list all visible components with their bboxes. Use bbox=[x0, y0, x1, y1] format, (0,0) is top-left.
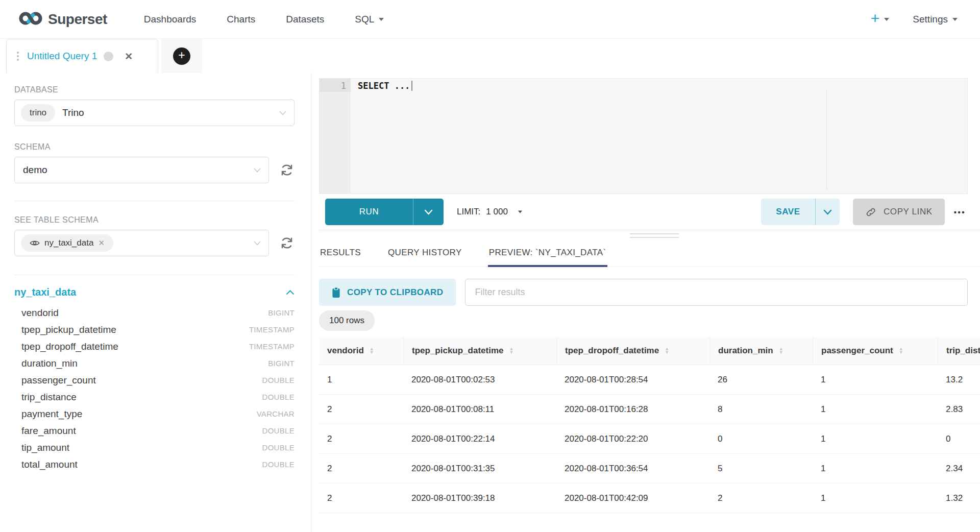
settings-menu[interactable]: Settings bbox=[913, 14, 958, 25]
column-name: trip_distance bbox=[21, 392, 77, 403]
chevron-down-icon bbox=[379, 18, 384, 21]
table-cell: 2020-08-01T00:42:09 bbox=[556, 493, 709, 503]
chevron-down-icon bbox=[254, 165, 261, 175]
table-cell: 2 bbox=[319, 464, 403, 474]
table-header-label: tpep_dropoff_datetime bbox=[565, 346, 659, 356]
column-list-item: duration_min BIGINT bbox=[14, 355, 295, 372]
eye-icon bbox=[30, 239, 40, 247]
result-tab[interactable]: PREVIEW: `NY_TAXI_DATA` bbox=[488, 240, 607, 267]
column-list: vendorid BIGINT tpep_pickup_datetime TIM… bbox=[14, 304, 295, 473]
limit-dropdown[interactable]: LIMIT: 1 000 bbox=[457, 207, 523, 217]
table-cell: 1 bbox=[813, 464, 938, 474]
sort-icon: ▲▼ bbox=[370, 347, 374, 355]
sort-icon: ▲▼ bbox=[665, 347, 669, 355]
save-button[interactable]: SAVE bbox=[761, 199, 815, 225]
filter-results-input[interactable] bbox=[465, 279, 968, 306]
more-options-button[interactable]: ••• bbox=[954, 208, 966, 216]
refresh-table-icon[interactable] bbox=[279, 235, 295, 251]
editor-gutter: 1 bbox=[320, 79, 351, 194]
query-tab-title: Untitled Query 1 bbox=[27, 51, 97, 62]
table-schema-header[interactable]: ny_taxi_data bbox=[14, 286, 295, 298]
table-schema-label: SEE TABLE SCHEMA bbox=[14, 215, 295, 225]
editor-toolbar: RUN LIMIT: 1 000 SAVE COPY LINK bbox=[319, 199, 966, 225]
table-header-label: trip_distance bbox=[946, 346, 980, 356]
remove-table-icon[interactable]: ✕ bbox=[98, 238, 105, 248]
copy-to-clipboard-button[interactable]: COPY TO CLIPBOARD bbox=[319, 279, 456, 306]
table-header-cell[interactable]: passenger_count ▲▼ bbox=[813, 337, 938, 365]
column-type: DOUBLE bbox=[262, 426, 295, 435]
table-pill: ny_taxi_data ✕ bbox=[21, 234, 113, 252]
nav-item[interactable]: SQL bbox=[339, 14, 399, 25]
table-cell: 1 bbox=[319, 375, 403, 385]
sort-icon: ▲▼ bbox=[779, 347, 783, 355]
column-type: BIGINT bbox=[268, 359, 295, 368]
result-tab-label: QUERY HISTORY bbox=[388, 248, 462, 257]
column-list-item: tpep_pickup_datetime TIMESTAMP bbox=[14, 321, 295, 338]
sql-code-area[interactable]: SELECT ... bbox=[351, 79, 967, 194]
new-item-button[interactable]: + bbox=[871, 12, 890, 26]
copy-to-clipboard-label: COPY TO CLIPBOARD bbox=[347, 287, 443, 298]
sort-icon: ▲▼ bbox=[509, 347, 514, 355]
copy-link-label: COPY LINK bbox=[884, 207, 933, 217]
table-header-label: tpep_pickup_datetime bbox=[412, 346, 504, 356]
nav-item[interactable]: Dashboards bbox=[129, 14, 211, 25]
table-cell: 5 bbox=[709, 464, 813, 474]
new-query-tab-button[interactable]: + bbox=[173, 47, 190, 65]
table-header-cell[interactable]: tpep_dropoff_datetime ▲▼ bbox=[556, 337, 709, 365]
table-header-cell[interactable]: tpep_pickup_datetime ▲▼ bbox=[403, 337, 556, 365]
schema-select[interactable]: demo bbox=[14, 157, 269, 183]
nav-item[interactable]: Datasets bbox=[271, 14, 339, 25]
chevron-up-icon[interactable] bbox=[286, 288, 295, 297]
column-name: tip_amount bbox=[21, 442, 69, 453]
run-options-button[interactable] bbox=[413, 199, 444, 225]
new-tab-area: + bbox=[161, 39, 202, 73]
close-icon[interactable]: ✕ bbox=[125, 51, 133, 62]
table-select[interactable]: ny_taxi_data ✕ bbox=[14, 230, 269, 256]
table-cell: 2 bbox=[319, 493, 403, 503]
table-cell: 1 bbox=[813, 404, 938, 415]
sql-text: SELECT ... bbox=[358, 81, 410, 91]
column-list-item: vendorid BIGINT bbox=[14, 304, 295, 321]
database-value: Trino bbox=[62, 107, 84, 118]
results-actions: COPY TO CLIPBOARD bbox=[319, 279, 968, 306]
table-cell: 1 bbox=[813, 493, 938, 503]
chevron-down-icon bbox=[518, 211, 522, 213]
table-cell: 2.83 bbox=[938, 404, 980, 415]
table-header-row: vendorid ▲▼ tpep_pickup_datetime ▲▼ tpep… bbox=[319, 337, 980, 365]
run-button[interactable]: RUN bbox=[325, 199, 413, 225]
query-tab[interactable]: Untitled Query 1 ✕ bbox=[6, 39, 158, 73]
table-header-label: passenger_count bbox=[821, 346, 893, 356]
nav-item[interactable]: Charts bbox=[211, 14, 271, 25]
table-cell: 1.32 bbox=[938, 493, 980, 503]
sort-icon: ▲▼ bbox=[899, 347, 903, 355]
superset-infinity-icon bbox=[19, 10, 42, 29]
drag-handle-icon[interactable] bbox=[17, 52, 19, 61]
sqllab-main: 1 SELECT ... RUN LIMIT: 1 000 SAVE bbox=[319, 73, 980, 532]
table-header-cell[interactable]: duration_min ▲▼ bbox=[709, 337, 813, 365]
table-cell: 26 bbox=[709, 375, 813, 385]
column-list-item: fare_amount DOUBLE bbox=[14, 422, 295, 439]
sqllab-sidebar: DATABASE trino Trino SCHEMA demo S bbox=[6, 73, 311, 532]
copy-link-button[interactable]: COPY LINK bbox=[853, 199, 945, 225]
result-tab-label: RESULTS bbox=[320, 248, 361, 257]
resize-handle[interactable] bbox=[630, 233, 679, 240]
result-tab[interactable]: QUERY HISTORY bbox=[387, 240, 463, 267]
table-cell: 2020-08-01T00:16:28 bbox=[556, 404, 709, 415]
table-header-cell[interactable]: vendorid ▲▼ bbox=[319, 337, 403, 365]
database-select[interactable]: trino Trino bbox=[14, 100, 295, 126]
table-cell: 2020-08-01T00:22:14 bbox=[403, 434, 556, 444]
nav-item-label: Datasets bbox=[286, 14, 324, 25]
table-header-label: vendorid bbox=[327, 346, 364, 356]
chevron-down-icon bbox=[952, 18, 958, 21]
nav-items: Dashboards Charts Datasets SQL bbox=[129, 14, 399, 25]
brand-name: Superset bbox=[48, 11, 107, 28]
result-tab[interactable]: RESULTS bbox=[319, 240, 362, 267]
superset-logo[interactable]: Superset bbox=[19, 10, 107, 29]
table-header-cell[interactable]: trip_distance ▲▼ bbox=[938, 337, 980, 365]
column-type: DOUBLE bbox=[262, 376, 295, 384]
result-tabs: RESULTS QUERY HISTORY PREVIEW: `NY_TAXI_… bbox=[319, 240, 980, 267]
table-cell: 2020-08-01T00:36:54 bbox=[556, 464, 709, 474]
save-options-button[interactable] bbox=[815, 199, 840, 225]
refresh-schema-icon[interactable] bbox=[279, 162, 295, 178]
table-row: 2 2020-08-01T00:31:35 2020-08-01T00:36:5… bbox=[319, 454, 980, 483]
